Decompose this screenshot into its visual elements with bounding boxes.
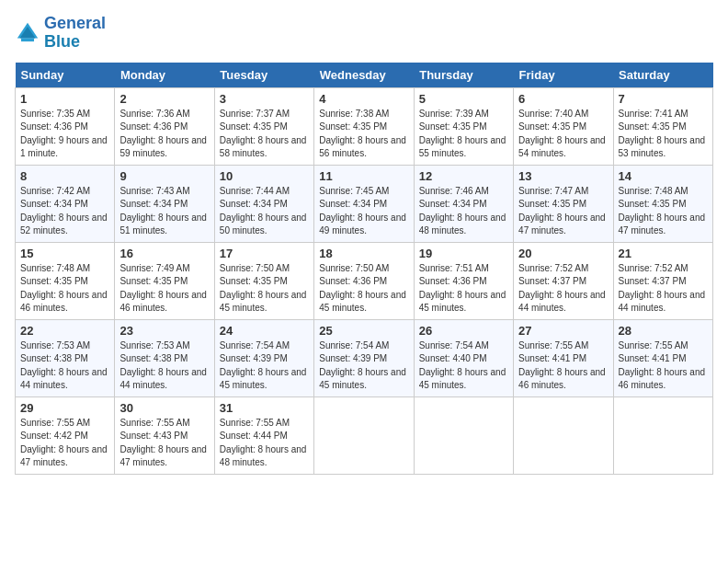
week-row-2: 8Sunrise: 7:42 AMSunset: 4:34 PMDaylight… — [16, 165, 713, 242]
day-number: 29 — [20, 401, 109, 415]
day-info: Sunrise: 7:42 AMSunset: 4:34 PMDaylight:… — [20, 185, 109, 238]
calendar-table: SundayMondayTuesdayWednesdayThursdayFrid… — [15, 63, 713, 475]
col-header-sunday: Sunday — [16, 63, 115, 88]
col-header-thursday: Thursday — [414, 63, 513, 88]
day-cell: 29Sunrise: 7:55 AMSunset: 4:42 PMDayligh… — [16, 396, 115, 474]
day-info: Sunrise: 7:54 AMSunset: 4:39 PMDaylight:… — [319, 339, 408, 393]
day-number: 5 — [419, 92, 508, 106]
day-info: Sunrise: 7:52 AMSunset: 4:37 PMDaylight:… — [619, 262, 708, 316]
day-cell: 28Sunrise: 7:55 AMSunset: 4:41 PMDayligh… — [613, 319, 712, 396]
page-header: General Blue — [15, 15, 713, 52]
day-number: 17 — [220, 247, 309, 260]
col-header-monday: Monday — [115, 63, 214, 88]
week-row-5: 29Sunrise: 7:55 AMSunset: 4:42 PMDayligh… — [16, 396, 713, 474]
day-cell: 13Sunrise: 7:47 AMSunset: 4:35 PMDayligh… — [514, 165, 613, 242]
day-cell: 18Sunrise: 7:50 AMSunset: 4:36 PMDayligh… — [314, 242, 414, 319]
day-info: Sunrise: 7:40 AMSunset: 4:35 PMDaylight:… — [518, 108, 608, 161]
day-info: Sunrise: 7:45 AMSunset: 4:34 PMDaylight:… — [319, 185, 408, 238]
day-number: 8 — [20, 169, 109, 183]
day-cell: 14Sunrise: 7:48 AMSunset: 4:35 PMDayligh… — [613, 165, 712, 242]
day-info: Sunrise: 7:46 AMSunset: 4:34 PMDaylight:… — [419, 185, 508, 238]
day-cell: 8Sunrise: 7:42 AMSunset: 4:34 PMDaylight… — [16, 165, 115, 242]
day-info: Sunrise: 7:38 AMSunset: 4:35 PMDaylight:… — [319, 108, 408, 161]
day-number: 3 — [220, 92, 309, 106]
day-cell: 17Sunrise: 7:50 AMSunset: 4:35 PMDayligh… — [214, 242, 313, 319]
col-header-friday: Friday — [514, 63, 613, 88]
day-info: Sunrise: 7:55 AMSunset: 4:41 PMDaylight:… — [619, 339, 708, 393]
day-number: 1 — [20, 92, 109, 106]
day-info: Sunrise: 7:51 AMSunset: 4:36 PMDaylight:… — [419, 262, 508, 316]
day-info: Sunrise: 7:52 AMSunset: 4:37 PMDaylight:… — [518, 262, 608, 316]
day-cell: 11Sunrise: 7:45 AMSunset: 4:34 PMDayligh… — [314, 165, 414, 242]
logo-text: General Blue — [44, 15, 106, 52]
day-info: Sunrise: 7:53 AMSunset: 4:38 PMDaylight:… — [119, 339, 209, 393]
col-header-wednesday: Wednesday — [314, 63, 414, 88]
day-cell: 20Sunrise: 7:52 AMSunset: 4:37 PMDayligh… — [514, 242, 613, 319]
day-number: 10 — [220, 169, 309, 183]
day-cell: 24Sunrise: 7:54 AMSunset: 4:39 PMDayligh… — [214, 319, 313, 396]
day-cell: 19Sunrise: 7:51 AMSunset: 4:36 PMDayligh… — [414, 242, 513, 319]
logo-icon — [15, 20, 40, 46]
day-number: 23 — [119, 324, 209, 338]
day-cell: 25Sunrise: 7:54 AMSunset: 4:39 PMDayligh… — [314, 319, 414, 396]
day-cell: 7Sunrise: 7:41 AMSunset: 4:35 PMDaylight… — [613, 87, 712, 165]
header-row: SundayMondayTuesdayWednesdayThursdayFrid… — [16, 63, 713, 88]
day-number: 31 — [220, 401, 309, 415]
day-number: 16 — [119, 247, 209, 260]
col-header-tuesday: Tuesday — [214, 63, 313, 88]
day-cell: 27Sunrise: 7:55 AMSunset: 4:41 PMDayligh… — [514, 319, 613, 396]
day-cell: 9Sunrise: 7:43 AMSunset: 4:34 PMDaylight… — [115, 165, 214, 242]
day-cell: 31Sunrise: 7:55 AMSunset: 4:44 PMDayligh… — [214, 396, 313, 474]
day-cell — [613, 396, 712, 474]
day-number: 7 — [619, 92, 708, 106]
day-cell — [414, 396, 513, 474]
day-info: Sunrise: 7:41 AMSunset: 4:35 PMDaylight:… — [619, 108, 708, 161]
day-info: Sunrise: 7:36 AMSunset: 4:36 PMDaylight:… — [119, 108, 209, 161]
col-header-saturday: Saturday — [613, 63, 712, 88]
day-cell: 15Sunrise: 7:48 AMSunset: 4:35 PMDayligh… — [16, 242, 115, 319]
day-info: Sunrise: 7:54 AMSunset: 4:39 PMDaylight:… — [220, 339, 309, 393]
day-cell: 22Sunrise: 7:53 AMSunset: 4:38 PMDayligh… — [16, 319, 115, 396]
day-number: 4 — [319, 92, 408, 106]
day-cell: 21Sunrise: 7:52 AMSunset: 4:37 PMDayligh… — [613, 242, 712, 319]
day-cell: 26Sunrise: 7:54 AMSunset: 4:40 PMDayligh… — [414, 319, 513, 396]
day-info: Sunrise: 7:39 AMSunset: 4:35 PMDaylight:… — [419, 108, 508, 161]
day-number: 20 — [518, 247, 608, 260]
week-row-1: 1Sunrise: 7:35 AMSunset: 4:36 PMDaylight… — [16, 87, 713, 165]
day-number: 18 — [319, 247, 408, 260]
day-info: Sunrise: 7:47 AMSunset: 4:35 PMDaylight:… — [518, 185, 608, 238]
day-info: Sunrise: 7:44 AMSunset: 4:34 PMDaylight:… — [220, 185, 309, 238]
day-info: Sunrise: 7:55 AMSunset: 4:43 PMDaylight:… — [119, 417, 209, 470]
day-number: 22 — [20, 324, 109, 338]
day-info: Sunrise: 7:35 AMSunset: 4:36 PMDaylight:… — [20, 108, 109, 161]
logo: General Blue — [15, 15, 106, 52]
day-cell: 10Sunrise: 7:44 AMSunset: 4:34 PMDayligh… — [214, 165, 313, 242]
day-cell: 30Sunrise: 7:55 AMSunset: 4:43 PMDayligh… — [115, 396, 214, 474]
day-cell: 12Sunrise: 7:46 AMSunset: 4:34 PMDayligh… — [414, 165, 513, 242]
day-info: Sunrise: 7:55 AMSunset: 4:44 PMDaylight:… — [220, 417, 309, 470]
day-info: Sunrise: 7:55 AMSunset: 4:41 PMDaylight:… — [518, 339, 608, 393]
day-info: Sunrise: 7:49 AMSunset: 4:35 PMDaylight:… — [119, 262, 209, 316]
day-cell — [514, 396, 613, 474]
day-cell: 2Sunrise: 7:36 AMSunset: 4:36 PMDaylight… — [115, 87, 214, 165]
day-cell: 4Sunrise: 7:38 AMSunset: 4:35 PMDaylight… — [314, 87, 414, 165]
day-number: 6 — [518, 92, 608, 106]
day-info: Sunrise: 7:53 AMSunset: 4:38 PMDaylight:… — [20, 339, 109, 393]
day-number: 30 — [119, 401, 209, 415]
day-number: 11 — [319, 169, 408, 183]
day-info: Sunrise: 7:55 AMSunset: 4:42 PMDaylight:… — [20, 417, 109, 470]
week-row-4: 22Sunrise: 7:53 AMSunset: 4:38 PMDayligh… — [16, 319, 713, 396]
day-info: Sunrise: 7:48 AMSunset: 4:35 PMDaylight:… — [619, 185, 708, 238]
day-number: 19 — [419, 247, 508, 260]
day-cell: 6Sunrise: 7:40 AMSunset: 4:35 PMDaylight… — [514, 87, 613, 165]
day-info: Sunrise: 7:37 AMSunset: 4:35 PMDaylight:… — [220, 108, 309, 161]
day-number: 24 — [220, 324, 309, 338]
day-number: 14 — [619, 169, 708, 183]
day-info: Sunrise: 7:50 AMSunset: 4:36 PMDaylight:… — [319, 262, 408, 316]
day-info: Sunrise: 7:50 AMSunset: 4:35 PMDaylight:… — [220, 262, 309, 316]
day-cell: 16Sunrise: 7:49 AMSunset: 4:35 PMDayligh… — [115, 242, 214, 319]
day-number: 25 — [319, 324, 408, 338]
day-number: 15 — [20, 247, 109, 260]
day-cell: 3Sunrise: 7:37 AMSunset: 4:35 PMDaylight… — [214, 87, 313, 165]
day-info: Sunrise: 7:54 AMSunset: 4:40 PMDaylight:… — [419, 339, 508, 393]
